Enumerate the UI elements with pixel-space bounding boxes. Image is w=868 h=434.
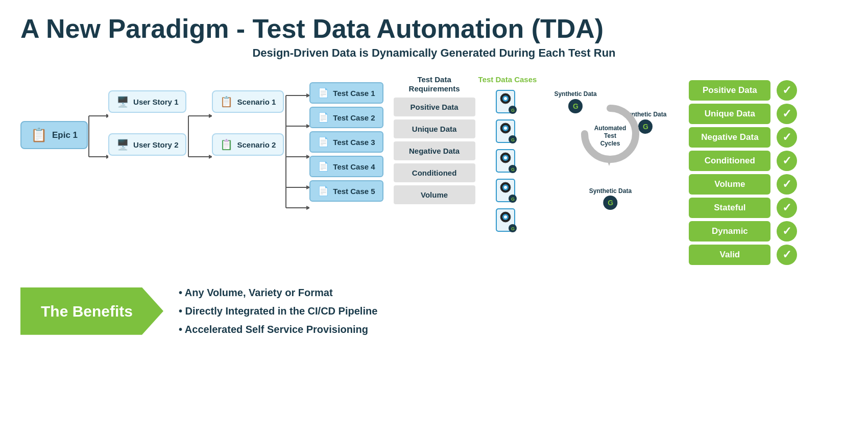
svg-marker-4 bbox=[106, 155, 108, 159]
req-header: Test DataRequirements bbox=[394, 75, 475, 93]
svg-text:G: G bbox=[511, 197, 515, 202]
data-type-row-5: Stateful ✓ bbox=[689, 198, 797, 218]
story-2-label: User Story 2 bbox=[133, 140, 178, 149]
data-type-btn-3: Conditioned bbox=[689, 151, 770, 171]
svg-marker-18 bbox=[306, 155, 309, 159]
stories-to-scenarios-connector bbox=[186, 90, 212, 172]
svg-marker-9 bbox=[209, 155, 212, 159]
doc-icon-2: 📄 bbox=[318, 112, 329, 123]
data-type-btn-1: Unique Data bbox=[689, 104, 770, 124]
benefit-item-2: • Accelerated Self Service Provisioning bbox=[179, 320, 377, 339]
svg-text:G: G bbox=[511, 108, 515, 113]
check-circle-1: ✓ bbox=[777, 104, 797, 124]
svg-marker-19 bbox=[306, 185, 309, 189]
page: A New Paradigm - Test Data Automation (T… bbox=[0, 0, 868, 434]
test-case-2-box: 📄 Test Case 2 bbox=[309, 107, 383, 128]
req-unique: Unique Data bbox=[394, 119, 475, 138]
benefit-item-0: • Any Volume, Variety or Format bbox=[179, 283, 377, 302]
cycle-wheel: Automated Test Cycles bbox=[577, 101, 643, 167]
benefit-item-1: • Directly Integrated in the CI/CD Pipel… bbox=[179, 302, 377, 320]
benefits-section: The Benefits • Any Volume, Variety or Fo… bbox=[20, 283, 848, 339]
check-circle-5: ✓ bbox=[777, 198, 797, 218]
epic-to-stories-connector bbox=[88, 90, 108, 172]
clipboard-icon-1: 📋 bbox=[220, 95, 233, 108]
data-type-row-0: Positive Data ✓ bbox=[689, 80, 797, 101]
req-positive: Positive Data bbox=[394, 98, 475, 116]
svg-text:Cycles: Cycles bbox=[600, 140, 620, 147]
test-case-4-box: 📄 Test Case 4 bbox=[309, 156, 383, 177]
data-type-btn-6: Dynamic bbox=[689, 221, 770, 242]
gcase-icon-3: G bbox=[494, 148, 521, 174]
data-type-row-4: Volume ✓ bbox=[689, 174, 797, 195]
check-circle-6: ✓ bbox=[777, 221, 797, 242]
data-type-row-1: Unique Data ✓ bbox=[689, 104, 797, 124]
svg-marker-17 bbox=[306, 124, 309, 128]
svg-marker-8 bbox=[209, 114, 212, 118]
test-case-1-box: 📄 Test Case 1 bbox=[309, 82, 383, 104]
monitor-icon-1: 🖥️ bbox=[116, 95, 129, 108]
svg-marker-16 bbox=[306, 93, 309, 98]
svg-point-24 bbox=[504, 97, 507, 100]
test-case-3-box: 📄 Test Case 3 bbox=[309, 131, 383, 153]
test-case-2-label: Test Case 2 bbox=[333, 113, 375, 122]
check-circle-7: ✓ bbox=[777, 245, 797, 265]
scenario-2-box: 📋 Scenario 2 bbox=[212, 133, 284, 156]
epic-label: Epic 1 bbox=[52, 130, 78, 140]
scenario-1-label: Scenario 1 bbox=[237, 98, 276, 106]
gcases-header: Test Data Cases bbox=[478, 75, 537, 84]
monitor-icon-2: 🖥️ bbox=[116, 138, 129, 151]
doc-icon-3: 📄 bbox=[318, 136, 329, 148]
data-type-btn-5: Stateful bbox=[689, 198, 770, 218]
clipboard-icon-2: 📋 bbox=[220, 138, 233, 151]
data-type-btn-2: Negative Data bbox=[689, 127, 770, 148]
scenario-2-label: Scenario 2 bbox=[237, 140, 276, 149]
svg-text:Automated: Automated bbox=[594, 125, 626, 132]
check-circle-3: ✓ bbox=[777, 151, 797, 171]
svg-text:G: G bbox=[511, 137, 515, 142]
data-type-row-3: Conditioned ✓ bbox=[689, 151, 797, 171]
check-circle-4: ✓ bbox=[777, 174, 797, 195]
svg-text:G: G bbox=[511, 167, 515, 172]
data-type-btn-0: Positive Data bbox=[689, 80, 770, 101]
check-circle-2: ✓ bbox=[777, 127, 797, 148]
svg-marker-20 bbox=[306, 206, 309, 210]
page-title: A New Paradigm - Test Data Automation (T… bbox=[20, 14, 848, 43]
scenarios-to-testcases-connector bbox=[284, 80, 309, 223]
gcase-icon-2: G bbox=[494, 118, 521, 144]
story-1-label: User Story 1 bbox=[133, 98, 178, 106]
req-negative: Negative Data bbox=[394, 141, 475, 160]
gcase-icon-1: G G bbox=[494, 88, 521, 115]
svg-marker-3 bbox=[106, 114, 108, 118]
svg-point-43 bbox=[504, 186, 507, 189]
svg-text:G: G bbox=[511, 226, 515, 231]
svg-text:Test: Test bbox=[604, 132, 616, 139]
benefits-list: • Any Volume, Variety or Format • Direct… bbox=[179, 283, 377, 339]
svg-text:G: G bbox=[608, 199, 613, 207]
data-type-row-7: Valid ✓ bbox=[689, 245, 797, 265]
test-case-4-label: Test Case 4 bbox=[333, 162, 375, 171]
svg-point-49 bbox=[504, 215, 507, 219]
data-type-btn-4: Volume bbox=[689, 174, 770, 195]
data-type-row-2: Negative Data ✓ bbox=[689, 127, 797, 148]
svg-point-31 bbox=[504, 127, 507, 130]
test-case-5-label: Test Case 5 bbox=[333, 187, 375, 196]
data-types-section: Positive Data ✓ Unique Data ✓ Negative D… bbox=[689, 75, 797, 265]
doc-icon-4: 📄 bbox=[318, 161, 329, 172]
gcase-icon-4: G bbox=[494, 177, 521, 204]
test-case-5-box: 📄 Test Case 5 bbox=[309, 180, 383, 202]
data-type-row-6: Dynamic ✓ bbox=[689, 221, 797, 242]
gcase-icon-5: G bbox=[494, 207, 521, 233]
req-conditioned: Conditioned bbox=[394, 163, 475, 182]
doc-icon-5: 📄 bbox=[318, 185, 329, 197]
page-subtitle: Design-Driven Data is Dynamically Genera… bbox=[20, 46, 848, 60]
svg-point-37 bbox=[504, 156, 507, 159]
story-2-box: 🖥️ User Story 2 bbox=[108, 133, 186, 156]
doc-icon-1: 📄 bbox=[318, 87, 329, 99]
story-1-box: 🖥️ User Story 1 bbox=[108, 90, 186, 113]
epic-box: 📋 Epic 1 bbox=[20, 121, 88, 149]
benefits-title: The Benefits bbox=[20, 287, 163, 335]
data-type-btn-7: Valid bbox=[689, 245, 770, 265]
synthetic-data-bottom: Synthetic Data G bbox=[589, 187, 632, 213]
test-case-1-label: Test Case 1 bbox=[333, 89, 375, 98]
benefits-arrow: The Benefits bbox=[20, 287, 163, 335]
